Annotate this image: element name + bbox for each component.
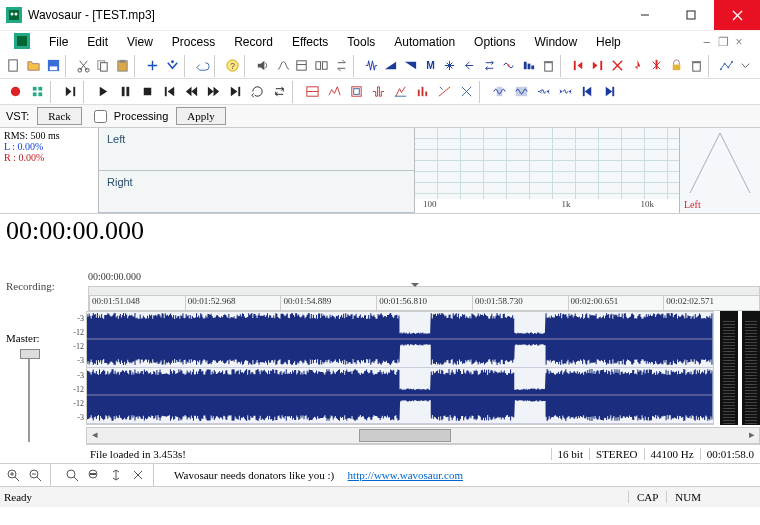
select-all-icon[interactable] — [510, 81, 532, 103]
fade-in-icon[interactable] — [381, 55, 401, 77]
volume-icon[interactable] — [253, 55, 273, 77]
play-icon[interactable] — [92, 81, 114, 103]
horizontal-scrollbar[interactable]: ◂ ▸ — [86, 427, 760, 444]
crop-icon[interactable] — [143, 55, 163, 77]
cut-icon[interactable] — [73, 55, 93, 77]
swap-icon[interactable] — [479, 55, 499, 77]
repeat-icon[interactable] — [268, 81, 290, 103]
menu-view[interactable]: View — [119, 33, 161, 51]
select-shrink-icon[interactable] — [554, 81, 576, 103]
loop-start-icon[interactable] — [568, 55, 588, 77]
time-ruler[interactable]: 00:01:51.048 00:01:52.968 00:01:54.889 0… — [88, 296, 760, 311]
lock-icon[interactable] — [667, 55, 687, 77]
mdi-close-icon[interactable]: × — [732, 35, 746, 49]
master-volume-slider[interactable] — [25, 352, 33, 442]
analysis-6-icon[interactable] — [411, 81, 433, 103]
pause-icon[interactable] — [114, 81, 136, 103]
close-button[interactable] — [714, 0, 760, 30]
menu-record[interactable]: Record — [226, 33, 281, 51]
overview-bar[interactable] — [88, 286, 760, 296]
help-icon[interactable]: ? — [222, 55, 242, 77]
scroll-thumb[interactable] — [102, 428, 744, 443]
bitdepth-icon[interactable] — [519, 55, 539, 77]
mdi-restore-icon[interactable]: ❐ — [716, 35, 730, 49]
analysis-8-icon[interactable] — [455, 81, 477, 103]
rewind-icon[interactable] — [180, 81, 202, 103]
waveform-left[interactable] — [87, 312, 713, 368]
analysis-4-icon[interactable] — [367, 81, 389, 103]
mdi-minimize-icon[interactable]: ‒ — [700, 35, 714, 49]
chevron-down-icon[interactable] — [736, 55, 756, 77]
analysis-1-icon[interactable] — [301, 81, 323, 103]
zoom-in-icon[interactable] — [4, 466, 22, 484]
properties-icon[interactable] — [292, 55, 312, 77]
open-file-icon[interactable] — [24, 55, 44, 77]
loop-remove-icon[interactable] — [608, 55, 628, 77]
spectrum-plot[interactable] — [415, 128, 679, 199]
menu-tools[interactable]: Tools — [339, 33, 383, 51]
route-icon[interactable] — [272, 55, 292, 77]
record-icon[interactable] — [4, 81, 26, 103]
vst-apply-button[interactable]: Apply — [176, 107, 226, 125]
convert-icon[interactable] — [331, 55, 351, 77]
resample-icon[interactable] — [499, 55, 519, 77]
processing-checkbox-input[interactable] — [94, 110, 107, 123]
batch-icon[interactable] — [312, 55, 332, 77]
analysis-5-icon[interactable] — [389, 81, 411, 103]
menu-options[interactable]: Options — [466, 33, 523, 51]
play-pause-icon[interactable] — [59, 81, 81, 103]
select-expand-icon[interactable] — [532, 81, 554, 103]
automation-icon[interactable] — [716, 55, 736, 77]
zoom-vertical-icon[interactable] — [107, 466, 125, 484]
menu-effects[interactable]: Effects — [284, 33, 336, 51]
grid-icon[interactable] — [26, 81, 48, 103]
marker-add-icon[interactable] — [627, 55, 647, 77]
menu-process[interactable]: Process — [164, 33, 223, 51]
waveform-right[interactable] — [87, 368, 713, 424]
donate-link[interactable]: http://www.wavosaur.com — [348, 469, 463, 481]
waveform-view[interactable] — [86, 311, 714, 425]
undo-icon[interactable] — [192, 55, 212, 77]
analysis-7-icon[interactable] — [433, 81, 455, 103]
maximize-button[interactable] — [668, 0, 714, 30]
menu-edit[interactable]: Edit — [79, 33, 116, 51]
scroll-left-icon[interactable]: ◂ — [87, 428, 102, 443]
vst-rack-button[interactable]: Rack — [37, 107, 82, 125]
phase-plot[interactable] — [680, 128, 760, 199]
analysis-2-icon[interactable] — [323, 81, 345, 103]
reverse-icon[interactable] — [460, 55, 480, 77]
skip-back-icon[interactable] — [158, 81, 180, 103]
scroll-right-icon[interactable]: ▸ — [744, 428, 759, 443]
zoom-selection-icon[interactable] — [85, 466, 103, 484]
analysis-3-icon[interactable] — [345, 81, 367, 103]
minimize-button[interactable] — [622, 0, 668, 30]
zoom-out-icon[interactable] — [26, 466, 44, 484]
trim-icon[interactable] — [162, 55, 182, 77]
paste-icon[interactable] — [113, 55, 133, 77]
invert-icon[interactable] — [440, 55, 460, 77]
trash-icon[interactable] — [686, 55, 706, 77]
menu-automation[interactable]: Automation — [386, 33, 463, 51]
goto-end-icon[interactable] — [598, 81, 620, 103]
menu-help[interactable]: Help — [588, 33, 629, 51]
select-wave-icon[interactable] — [488, 81, 510, 103]
forward-icon[interactable] — [202, 81, 224, 103]
delete-icon[interactable] — [538, 55, 558, 77]
stop-icon[interactable] — [136, 81, 158, 103]
vst-processing-checkbox[interactable]: Processing — [90, 107, 168, 126]
skip-forward-icon[interactable] — [224, 81, 246, 103]
marker-del-icon[interactable] — [647, 55, 667, 77]
loop-play-icon[interactable] — [246, 81, 268, 103]
save-file-icon[interactable] — [43, 55, 63, 77]
fade-out-icon[interactable] — [401, 55, 421, 77]
zoom-reset-icon[interactable] — [129, 466, 147, 484]
new-file-icon[interactable] — [4, 55, 24, 77]
copy-icon[interactable] — [93, 55, 113, 77]
zoom-fit-icon[interactable] — [63, 466, 81, 484]
marker-m-icon[interactable]: M — [420, 55, 440, 77]
menu-file[interactable]: File — [41, 33, 76, 51]
loop-end-icon[interactable] — [588, 55, 608, 77]
menu-window[interactable]: Window — [526, 33, 585, 51]
normalize-icon[interactable] — [361, 55, 381, 77]
goto-start-icon[interactable] — [576, 81, 598, 103]
